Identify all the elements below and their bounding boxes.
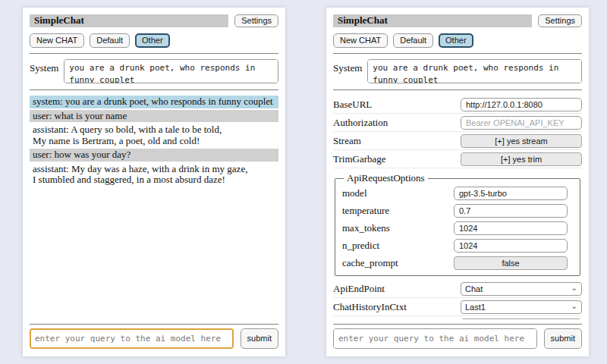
setting-row-model: model — [342, 184, 568, 202]
n-predict-input[interactable] — [454, 239, 568, 253]
setting-row-completion-fresh: CompletionFreshChatAlways [+] yes fresh — [333, 316, 582, 319]
temperature-input[interactable] — [454, 204, 568, 218]
app-title: SimpleChat — [333, 14, 532, 27]
new-chat-button[interactable]: New CHAT — [30, 33, 84, 48]
session-other-button[interactable]: Other — [439, 33, 473, 48]
chat-message-assistant: assistant: My day was a haze, with a dri… — [30, 163, 278, 187]
submit-button[interactable]: submit — [241, 328, 278, 349]
chat-message-user: user: what is your name — [30, 110, 278, 123]
system-label: System — [30, 59, 58, 74]
submit-button[interactable]: submit — [544, 328, 582, 349]
setting-row-authorization: Authorization — [333, 114, 582, 132]
chat-message-system: system: you are a drunk poet, who respon… — [30, 96, 278, 108]
trim-garbage-toggle-button[interactable]: [+] yes trim — [461, 152, 582, 166]
chat-messages: system: you are a drunk poet, who respon… — [30, 95, 278, 319]
stream-toggle-button[interactable]: [+] yes stream — [461, 134, 582, 148]
divider — [30, 89, 278, 90]
app-titlebar: SimpleChat Settings — [30, 14, 278, 27]
setting-row-temperature: temperature — [342, 202, 568, 219]
baseurl-label: BaseURL — [333, 99, 378, 111]
system-row: System you are a drunk poet, who respond… — [333, 59, 582, 83]
divider — [30, 324, 278, 325]
stream-label: Stream — [333, 135, 367, 147]
session-default-button[interactable]: Default — [393, 33, 433, 48]
setting-row-chat-history: ChatHistoryInCtxt Last1 ⌄ — [333, 298, 582, 316]
settings-button[interactable]: Settings — [538, 14, 582, 27]
system-prompt-input[interactable]: you are a drunk poet, who responds in fu… — [64, 59, 278, 83]
session-default-button[interactable]: Default — [90, 33, 130, 48]
system-prompt-input[interactable]: you are a drunk poet, who responds in fu… — [367, 59, 582, 83]
settings-form: BaseURL Authorization Stream [+] yes str… — [333, 95, 582, 319]
session-buttons-row: New CHAT Default Other — [30, 33, 278, 48]
setting-row-api-endpoint: ApiEndPoint Chat ⌄ — [333, 280, 582, 298]
setting-row-cache-prompt: cache_prompt false — [342, 254, 568, 271]
query-input[interactable] — [333, 328, 537, 349]
page: SimpleChat Settings New CHAT Default Oth… — [0, 0, 607, 364]
query-input[interactable] — [30, 328, 234, 349]
divider — [333, 324, 582, 325]
divider — [30, 53, 278, 54]
app-title: SimpleChat — [30, 14, 228, 27]
divider — [333, 53, 582, 54]
app-titlebar: SimpleChat Settings — [333, 14, 582, 27]
max-tokens-label: max_tokens — [342, 222, 396, 234]
chat-history-label: ChatHistoryInCtxt — [333, 301, 413, 313]
new-chat-button[interactable]: New CHAT — [333, 33, 388, 48]
session-buttons-row: New CHAT Default Other — [333, 33, 582, 48]
trim-garbage-label: TrimGarbage — [333, 153, 392, 165]
query-row: submit — [30, 328, 278, 349]
setting-row-stream: Stream [+] yes stream — [333, 132, 582, 150]
setting-row-trim-garbage: TrimGarbage [+] yes trim — [333, 150, 582, 168]
n-predict-label: n_predict — [342, 240, 385, 252]
session-other-button[interactable]: Other — [135, 33, 170, 48]
api-endpoint-label: ApiEndPoint — [333, 283, 391, 295]
completion-fresh-toggle-button[interactable]: [+] yes fresh — [461, 318, 582, 319]
cache-prompt-toggle-button[interactable]: false — [454, 256, 568, 270]
chat-history-select[interactable]: Last1 — [461, 300, 582, 314]
chat-message-assistant: assistant: A query so bold, with a tale … — [30, 124, 278, 147]
model-label: model — [342, 187, 373, 199]
api-request-options-fieldset: ApiRequestOptions model temperature max_… — [335, 172, 580, 276]
model-input[interactable] — [454, 187, 568, 200]
system-label: System — [333, 59, 362, 74]
setting-row-max-tokens: max_tokens — [342, 219, 568, 237]
settings-button[interactable]: Settings — [234, 14, 278, 27]
baseurl-input[interactable] — [461, 98, 582, 111]
api-endpoint-select[interactable]: Chat — [461, 282, 582, 296]
chat-message-user: user: how was your day? — [30, 149, 278, 162]
cache-prompt-label: cache_prompt — [342, 257, 404, 269]
authorization-label: Authorization — [333, 117, 394, 129]
system-row: System you are a drunk poet, who respond… — [30, 59, 278, 83]
divider — [333, 89, 582, 90]
temperature-label: temperature — [342, 205, 395, 217]
setting-row-baseurl: BaseURL — [333, 96, 582, 114]
authorization-input[interactable] — [461, 116, 582, 130]
api-request-options-legend: ApiRequestOptions — [344, 172, 428, 184]
chat-panel: SimpleChat Settings New CHAT Default Oth… — [23, 8, 285, 356]
max-tokens-input[interactable] — [454, 221, 568, 235]
setting-row-n-predict: n_predict — [342, 237, 568, 254]
query-row: submit — [333, 328, 582, 349]
settings-panel: SimpleChat Settings New CHAT Default Oth… — [326, 8, 589, 356]
completion-fresh-label: CompletionFreshChatAlways — [333, 319, 457, 320]
